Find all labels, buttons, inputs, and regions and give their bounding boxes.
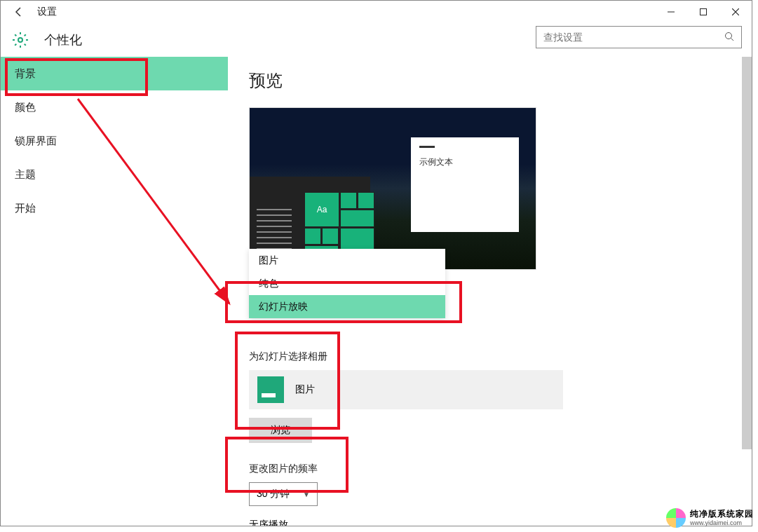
svg-point-2 <box>18 38 22 42</box>
maximize-button[interactable] <box>687 1 719 23</box>
frequency-label: 更改图片的频率 <box>249 463 742 475</box>
sidebar-item-1[interactable]: 颜色 <box>1 90 228 124</box>
dropdown-option-0[interactable]: 图片 <box>249 249 445 272</box>
sidebar-item-4[interactable]: 开始 <box>1 191 228 225</box>
titlebar: 设置 <box>1 1 752 23</box>
background-type-dropdown[interactable]: 图片纯色幻灯片放映 <box>249 249 445 318</box>
arrow-left-icon <box>13 6 25 18</box>
browse-button[interactable]: 浏览 <box>249 418 312 443</box>
gear-icon <box>12 32 29 48</box>
close-button[interactable] <box>719 1 752 23</box>
album-row[interactable]: 图片 <box>249 370 563 409</box>
page-title: 个性化 <box>44 32 82 48</box>
sidebar-item-2[interactable]: 锁屏界面 <box>1 124 228 158</box>
watermark: 纯净版系统家园 www.yidaimei.com <box>666 508 754 528</box>
search-icon <box>724 32 734 43</box>
header: 个性化 <box>1 23 752 57</box>
sidebar-item-0[interactable]: 背景 <box>1 57 228 90</box>
frequency-value: 30 分钟 <box>257 488 290 500</box>
chevron-down-icon: ▼ <box>303 491 310 498</box>
preview-sample-text: 示例文本 <box>419 157 453 167</box>
svg-rect-1 <box>701 9 707 15</box>
watermark-title: 纯净版系统家园 <box>690 509 754 519</box>
preview-tile-aa: Aa <box>304 192 339 227</box>
body: 背景颜色锁屏界面主题开始 预览 Aa <box>1 57 742 526</box>
svg-line-4 <box>731 38 734 41</box>
svg-point-3 <box>726 32 732 39</box>
dropdown-option-1[interactable]: 纯色 <box>249 272 445 295</box>
scrollbar[interactable] <box>742 57 752 449</box>
album-label: 为幻灯片选择相册 <box>249 350 742 363</box>
folder-icon <box>257 376 284 403</box>
frequency-select[interactable]: 30 分钟 ▼ <box>249 482 318 506</box>
search-input[interactable] <box>543 32 724 43</box>
window-title: 设置 <box>37 6 57 18</box>
settings-window: 设置 个性化 背景颜色锁屏界面主题开始 预览 <box>0 0 752 526</box>
preview-thumbnail: Aa 示例文本 <box>249 107 536 270</box>
preview-window: 示例文本 <box>411 137 519 232</box>
watermark-logo-icon <box>666 508 686 528</box>
sidebar: 背景颜色锁屏界面主题开始 <box>1 57 228 526</box>
watermark-url: www.yidaimei.com <box>690 519 754 527</box>
minimize-button[interactable] <box>655 1 687 23</box>
search-box[interactable] <box>536 26 742 48</box>
preview-heading: 预览 <box>249 69 742 92</box>
back-button[interactable] <box>6 1 32 23</box>
main-content: 预览 Aa <box>228 57 742 526</box>
dropdown-option-2[interactable]: 幻灯片放映 <box>249 295 445 318</box>
sidebar-item-3[interactable]: 主题 <box>1 158 228 191</box>
window-controls <box>655 1 752 23</box>
album-name: 图片 <box>295 383 315 396</box>
